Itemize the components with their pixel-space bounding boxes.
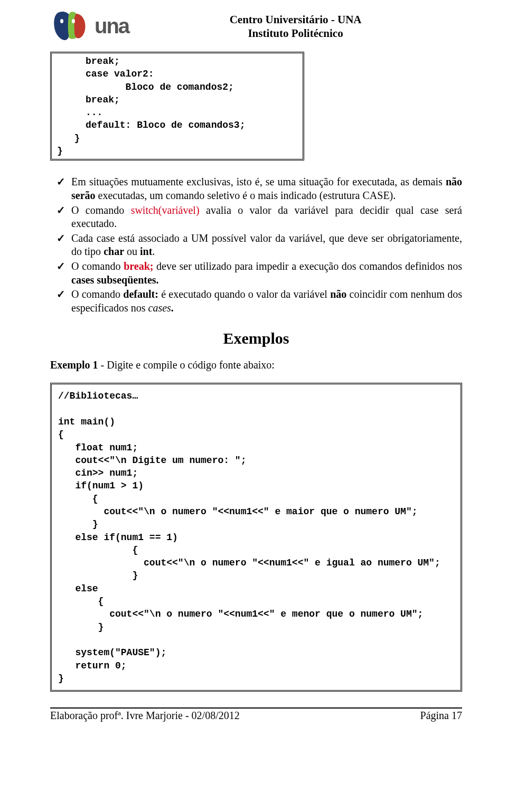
bullet-4: O comando break; deve ser utilizado para…: [50, 260, 462, 287]
example-1-line: Exemplo 1 - Digite e compile o código fo…: [50, 359, 462, 371]
svg-point-0: [60, 19, 63, 23]
bullet-5: O comando default: é executado quando o …: [50, 288, 462, 315]
section-title: Exemplos: [50, 329, 462, 347]
code-block-1: break; case valor2: Bloco de comandos2; …: [50, 52, 304, 160]
logo-faces-icon: [50, 11, 89, 41]
page-footer: Elaboração profª. Ivre Marjorie - 02/08/…: [50, 707, 462, 722]
bullet-2: O comando switch(variável) avalia o valo…: [50, 204, 462, 231]
page-header: una Centro Universitário - UNA Instituto…: [50, 11, 462, 41]
footer-left: Elaboração profª. Ivre Marjorie - 02/08/…: [50, 710, 240, 722]
header-line-2: Instituto Politécnico: [129, 26, 462, 40]
code-block-2: //Bibliotecas… int main() { float num1; …: [50, 383, 462, 692]
logo: una: [50, 11, 129, 41]
header-titles: Centro Universitário - UNA Instituto Pol…: [129, 11, 462, 41]
bullet-list: Em situações mutuamente exclusivas, isto…: [50, 175, 462, 315]
bullet-1: Em situações mutuamente exclusivas, isto…: [50, 175, 462, 202]
header-line-1: Centro Universitário - UNA: [129, 13, 462, 26]
bullet-3: Cada case está associado a UM possível v…: [50, 232, 462, 259]
logo-text: una: [95, 14, 129, 38]
footer-right: Página 17: [420, 710, 462, 722]
svg-point-1: [72, 19, 75, 23]
